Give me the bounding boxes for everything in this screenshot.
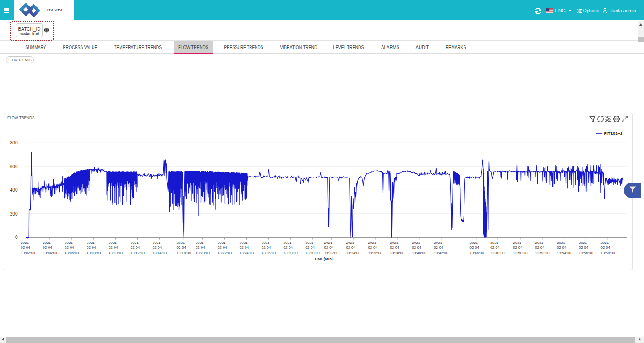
svg-text:REMARKS: REMARKS — [446, 44, 466, 50]
svg-text:ITANTA: ITANTA — [47, 8, 64, 12]
svg-text:2021-: 2021- — [218, 241, 227, 245]
svg-text:13:32:00: 13:32:00 — [324, 251, 339, 255]
svg-text:02-04: 02-04 — [306, 245, 315, 249]
svg-text:VIBRATION TREND: VIBRATION TREND — [280, 44, 317, 50]
svg-text:13:56:00: 13:56:00 — [579, 251, 594, 255]
svg-text:02-04: 02-04 — [390, 245, 399, 249]
svg-text:13:14:00: 13:14:00 — [153, 251, 167, 255]
svg-text:02-04: 02-04 — [324, 245, 334, 249]
svg-text:02-04: 02-04 — [87, 245, 96, 249]
svg-text:02-04: 02-04 — [470, 245, 480, 249]
svg-text:2021-: 2021- — [535, 241, 545, 245]
svg-text:02-04: 02-04 — [368, 245, 377, 249]
svg-text:2021-: 2021- — [390, 241, 399, 245]
svg-text:2021-: 2021- — [434, 241, 443, 245]
svg-text:13:24:00: 13:24:00 — [240, 251, 254, 255]
svg-text:TIME(MIN): TIME(MIN) — [314, 257, 334, 261]
svg-text:PRESSURE TRENDS: PRESSURE TRENDS — [224, 44, 263, 50]
svg-text:13:26:00: 13:26:00 — [262, 251, 276, 255]
svg-text:13:34:00: 13:34:00 — [346, 251, 361, 255]
svg-text:2021-: 2021- — [177, 241, 186, 245]
svg-text:TEMPERATURE TRENDS: TEMPERATURE TRENDS — [114, 44, 162, 50]
svg-text:02-04: 02-04 — [218, 245, 227, 249]
svg-text:FLOW TRENDS: FLOW TRENDS — [9, 59, 32, 62]
svg-text:02-04: 02-04 — [434, 245, 443, 249]
svg-text:13:58:00: 13:58:00 — [600, 251, 615, 255]
svg-text:13:48:00: 13:48:00 — [490, 251, 505, 255]
svg-text:2021-: 2021- — [262, 241, 271, 245]
svg-text:2021-: 2021- — [600, 241, 610, 245]
svg-text:13:54:00: 13:54:00 — [557, 251, 572, 255]
svg-text:13:20:00: 13:20:00 — [196, 251, 210, 255]
svg-text:02-04: 02-04 — [600, 245, 610, 249]
svg-text:02-04: 02-04 — [65, 245, 74, 249]
svg-text:2021-: 2021- — [131, 241, 140, 245]
svg-text:13:22:00: 13:22:00 — [218, 251, 232, 255]
svg-text:LEVEL TRENDS: LEVEL TRENDS — [333, 44, 364, 50]
svg-text:2021-: 2021- — [490, 241, 500, 245]
svg-text:13:50:00: 13:50:00 — [513, 251, 528, 255]
svg-text:2021-: 2021- — [513, 241, 523, 245]
svg-text:02-04: 02-04 — [262, 245, 271, 249]
svg-text:FLOW TRENDS: FLOW TRENDS — [178, 44, 208, 50]
svg-text:13:30:00: 13:30:00 — [306, 251, 320, 255]
svg-text:800: 800 — [10, 140, 18, 145]
svg-text:13:12:00: 13:12:00 — [131, 251, 145, 255]
svg-text:2021-: 2021- — [368, 241, 377, 245]
svg-text:02-04: 02-04 — [579, 245, 589, 249]
svg-text:13:04:00: 13:04:00 — [43, 251, 57, 255]
svg-text:FLOW TRENDS: FLOW TRENDS — [7, 116, 35, 120]
svg-text:02-04: 02-04 — [196, 245, 205, 249]
svg-text:FIT201–1: FIT201–1 — [604, 131, 622, 136]
svg-text:2021-: 2021- — [284, 241, 293, 245]
svg-text:2021-: 2021- — [306, 241, 315, 245]
svg-text:2021-: 2021- — [240, 241, 249, 245]
svg-text:02-04: 02-04 — [177, 245, 186, 249]
svg-text:13:38:00: 13:38:00 — [390, 251, 404, 255]
svg-text:Options: Options — [583, 8, 599, 13]
svg-text:02-04: 02-04 — [43, 245, 52, 249]
svg-text:ENG: ENG — [555, 8, 566, 13]
svg-text:02-04: 02-04 — [557, 245, 567, 249]
svg-text:13:42:00: 13:42:00 — [434, 251, 448, 255]
svg-text:02-04: 02-04 — [131, 245, 140, 249]
svg-text:2021-: 2021- — [21, 241, 30, 245]
svg-text:02-04: 02-04 — [284, 245, 293, 249]
svg-text:02-04: 02-04 — [21, 245, 30, 249]
svg-text:13:06:00: 13:06:00 — [65, 251, 79, 255]
svg-text:2021-: 2021- — [346, 241, 356, 245]
svg-text:ALARMS: ALARMS — [381, 44, 399, 50]
svg-text:13:40:00: 13:40:00 — [412, 251, 426, 255]
svg-text:13:46:00: 13:46:00 — [470, 251, 485, 255]
svg-text:13:52:00: 13:52:00 — [535, 251, 550, 255]
svg-text:02-04: 02-04 — [535, 245, 545, 249]
svg-text:2021-: 2021- — [109, 241, 118, 245]
svg-text:2021-: 2021- — [153, 241, 162, 245]
svg-text:2021-: 2021- — [579, 241, 589, 245]
svg-text:02-04: 02-04 — [346, 245, 356, 249]
svg-text:600: 600 — [10, 164, 18, 169]
svg-text:02-04: 02-04 — [109, 245, 118, 249]
svg-text:2021-: 2021- — [412, 241, 421, 245]
svg-text:SUMMARY: SUMMARY — [26, 44, 46, 50]
svg-text:PROCESS VALUE: PROCESS VALUE — [63, 44, 98, 50]
svg-text:13:28:00: 13:28:00 — [284, 251, 298, 255]
svg-text:2021-: 2021- — [557, 241, 567, 245]
svg-text:2021-: 2021- — [470, 241, 480, 245]
svg-text:02-04: 02-04 — [412, 245, 421, 249]
svg-text:400: 400 — [10, 188, 18, 193]
svg-text:13:02:00: 13:02:00 — [21, 251, 35, 255]
svg-text:200: 200 — [10, 211, 18, 216]
svg-text:0: 0 — [15, 235, 18, 240]
svg-text:AUDIT: AUDIT — [416, 44, 429, 50]
svg-text:2021-: 2021- — [196, 241, 205, 245]
svg-text:2021-: 2021- — [324, 241, 334, 245]
svg-text:2021-: 2021- — [43, 241, 52, 245]
svg-text:2021-: 2021- — [87, 241, 96, 245]
svg-text:13:36:00: 13:36:00 — [368, 251, 382, 255]
svg-text:02-04: 02-04 — [153, 245, 162, 249]
svg-text:itanta admin: itanta admin — [611, 8, 636, 13]
svg-text:13:18:00: 13:18:00 — [177, 251, 191, 255]
svg-text:13:10:00: 13:10:00 — [109, 251, 123, 255]
svg-text:02-04: 02-04 — [513, 245, 523, 249]
